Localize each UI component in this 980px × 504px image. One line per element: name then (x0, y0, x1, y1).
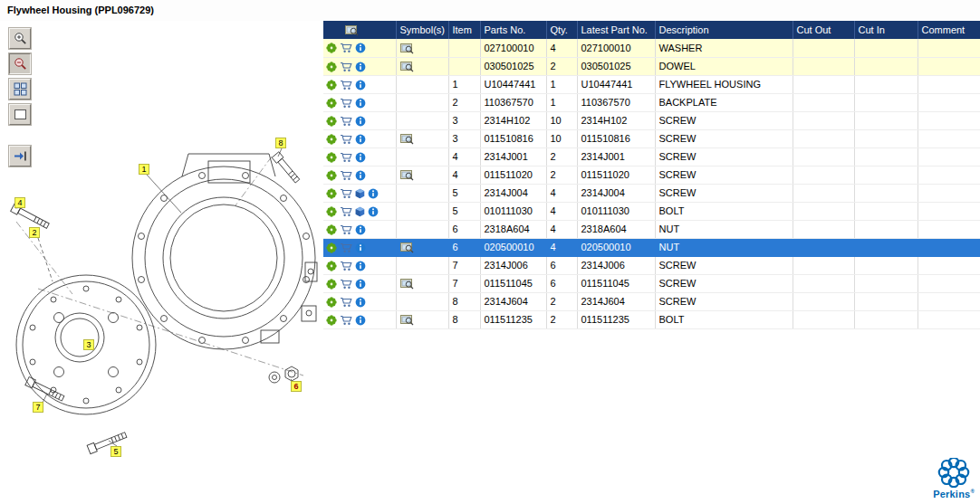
callout-2[interactable]: 2 (29, 227, 40, 238)
gear-icon[interactable] (326, 80, 337, 90)
table-row[interactable]: 0271000104027100010WASHER (323, 39, 980, 57)
info-icon[interactable] (355, 224, 366, 235)
assembly-icon[interactable] (355, 206, 365, 217)
info-icon[interactable] (355, 242, 366, 253)
gear-icon[interactable] (326, 43, 337, 53)
image-preview-icon[interactable] (400, 133, 414, 145)
info-icon[interactable] (355, 80, 366, 90)
info-icon[interactable] (355, 116, 366, 127)
fit-view-button[interactable] (9, 104, 31, 125)
table-row[interactable]: 21103675701110367570BACKPLATE (323, 93, 980, 111)
info-icon[interactable] (355, 62, 366, 72)
column-header-symbol-s[interactable]: Symbol(s) (396, 21, 448, 39)
column-header-comment[interactable]: Comment (918, 21, 980, 39)
image-preview-icon[interactable] (400, 169, 414, 181)
gear-icon[interactable] (326, 134, 337, 145)
info-icon[interactable] (368, 206, 379, 217)
image-preview-icon[interactable] (400, 43, 414, 54)
info-icon[interactable] (355, 170, 366, 181)
table-row[interactable]: 0305010252030501025DOWEL (323, 57, 980, 75)
info-icon[interactable] (355, 43, 366, 53)
table-row[interactable]: 1U104474411U10447441FLYWHEEL HOUSING (323, 75, 980, 93)
add-to-cart-icon[interactable] (340, 98, 352, 109)
export-view-button[interactable] (9, 146, 31, 166)
gear-icon[interactable] (326, 116, 337, 127)
info-icon[interactable] (368, 188, 379, 199)
add-to-cart-icon[interactable] (340, 80, 352, 90)
info-icon[interactable] (355, 98, 366, 109)
image-preview-icon[interactable] (345, 24, 359, 36)
table-row[interactable]: 301151081610011510816SCREW (323, 129, 980, 147)
table-row[interactable]: 42314J00122314J001SCREW (323, 147, 980, 166)
info-icon[interactable] (355, 134, 366, 145)
column-header-cut-out[interactable]: Cut Out (793, 21, 854, 39)
callout-5[interactable]: 5 (110, 446, 121, 457)
column-header-item[interactable]: Item (448, 21, 480, 39)
info-icon[interactable] (355, 315, 366, 326)
callout-7[interactable]: 7 (33, 402, 43, 413)
column-header-latest-part-no[interactable]: Latest Part No. (577, 21, 655, 39)
add-to-cart-icon[interactable] (340, 116, 352, 127)
gear-icon[interactable] (326, 206, 337, 217)
qty-cell: 1 (546, 75, 577, 93)
add-to-cart-icon[interactable] (340, 261, 352, 271)
table-row[interactable]: 72314J00662314J006SCREW (323, 256, 980, 274)
image-preview-icon[interactable] (400, 242, 414, 253)
callout-8[interactable]: 8 (275, 138, 286, 148)
gear-icon[interactable] (326, 98, 337, 109)
column-header-description[interactable]: Description (655, 21, 793, 39)
gear-icon[interactable] (326, 170, 337, 181)
zoom-out-button[interactable] (9, 53, 31, 74)
add-to-cart-icon[interactable] (340, 43, 352, 53)
callout-3[interactable]: 3 (83, 339, 94, 350)
table-row[interactable]: 60205000104020500010NUT (323, 238, 980, 256)
callout-4[interactable]: 4 (14, 197, 25, 208)
table-row[interactable]: 40115110202011511020SCREW (323, 166, 980, 184)
assembly-icon[interactable] (355, 188, 365, 199)
tile-view-button[interactable] (9, 79, 31, 100)
gear-icon[interactable] (326, 279, 337, 290)
diagram-panel[interactable]: 18423765 (0, 21, 323, 504)
callout-6[interactable]: 6 (291, 381, 302, 392)
table-row[interactable]: 52314J00442314J004SCREW (323, 184, 980, 202)
table-row[interactable]: 32314H102102314H102SCREW (323, 111, 980, 129)
column-header-actions[interactable] (323, 21, 396, 39)
callout-1[interactable]: 1 (139, 164, 149, 175)
add-to-cart-icon[interactable] (340, 242, 352, 253)
column-header-parts-no[interactable]: Parts No. (480, 21, 546, 39)
table-row[interactable]: 80115112352011511235BOLT (323, 310, 980, 328)
column-header-cut-in[interactable]: Cut In (854, 21, 918, 39)
gear-icon[interactable] (326, 62, 337, 72)
info-icon[interactable] (355, 297, 366, 308)
add-to-cart-icon[interactable] (340, 206, 352, 217)
gear-icon[interactable] (326, 188, 337, 199)
gear-icon[interactable] (326, 315, 337, 326)
gear-icon[interactable] (326, 242, 337, 253)
add-to-cart-icon[interactable] (340, 297, 352, 308)
add-to-cart-icon[interactable] (340, 279, 352, 290)
add-to-cart-icon[interactable] (340, 134, 352, 145)
add-to-cart-icon[interactable] (340, 188, 352, 199)
zoom-in-button[interactable] (9, 28, 31, 49)
column-header-qty[interactable]: Qty. (546, 21, 577, 39)
gear-icon[interactable] (326, 261, 337, 271)
table-row[interactable]: 82314J60422314J604SCREW (323, 292, 980, 310)
image-preview-icon[interactable] (400, 314, 414, 326)
qty-cell: 10 (546, 111, 577, 129)
table-row[interactable]: 50101110304010111030BOLT (323, 202, 980, 220)
info-icon[interactable] (355, 261, 366, 271)
gear-icon[interactable] (326, 224, 337, 235)
info-icon[interactable] (355, 279, 366, 290)
info-icon[interactable] (355, 152, 366, 163)
table-row[interactable]: 70115110456011511045SCREW (323, 274, 980, 292)
gear-icon[interactable] (326, 152, 337, 163)
add-to-cart-icon[interactable] (340, 224, 352, 235)
add-to-cart-icon[interactable] (340, 170, 352, 181)
table-row[interactable]: 62318A60442318A604NUT (323, 220, 980, 238)
image-preview-icon[interactable] (400, 278, 414, 290)
add-to-cart-icon[interactable] (340, 62, 352, 72)
gear-icon[interactable] (326, 297, 337, 308)
add-to-cart-icon[interactable] (340, 315, 352, 326)
image-preview-icon[interactable] (400, 61, 414, 72)
add-to-cart-icon[interactable] (340, 152, 352, 163)
